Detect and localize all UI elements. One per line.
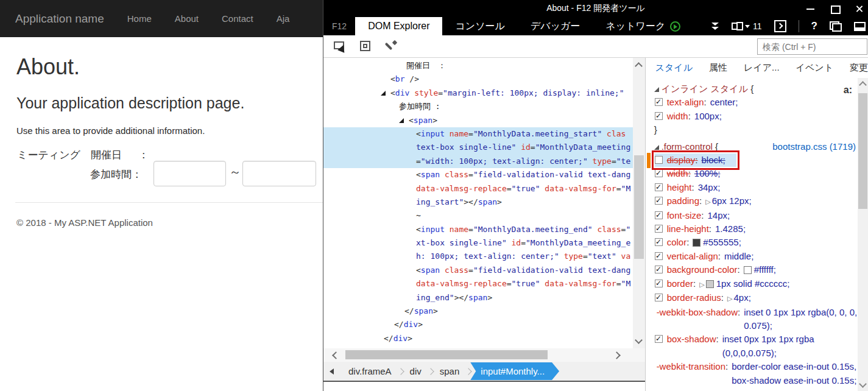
minimize-icon[interactable] bbox=[806, 5, 814, 13]
style-property-row[interactable]: ✓width100px; bbox=[646, 110, 858, 123]
property-value[interactable]: center; bbox=[710, 96, 858, 109]
scroll-up-icon[interactable] bbox=[859, 81, 867, 89]
tab-ネットワーク[interactable]: ネットワーク bbox=[593, 17, 693, 35]
property-checkbox[interactable]: ✓ bbox=[655, 98, 663, 106]
style-property-row[interactable]: -webkit-box-shadowinset 0 1px 1px rgba(0… bbox=[646, 306, 858, 333]
dom-tree-line[interactable]: xt-box single-line" id="MonthlyData_meet… bbox=[323, 236, 633, 250]
dom-tree-line[interactable]: <div style="margin-left: 100px; display:… bbox=[323, 86, 633, 100]
more-tools-icon[interactable] bbox=[711, 23, 719, 30]
color-picker-icon[interactable] bbox=[385, 40, 400, 53]
dom-tree-line[interactable]: <input name="MonthlyData.meeting_end" cl… bbox=[323, 223, 633, 236]
property-checkbox[interactable]: ✓ bbox=[655, 211, 663, 219]
nav-link-home[interactable]: Home bbox=[127, 13, 152, 24]
breadcrumb-back-icon[interactable] bbox=[330, 368, 334, 375]
dom-tree-line[interactable]: h: 100px; text-align: center;" type="tex… bbox=[323, 250, 633, 263]
scroll-right-icon[interactable] bbox=[613, 351, 621, 359]
property-checkbox[interactable]: ✓ bbox=[655, 183, 663, 191]
style-property-row[interactable]: ✓border▷1px solid #cccccc; bbox=[646, 277, 858, 291]
style-property-row[interactable]: displayblock; bbox=[646, 153, 858, 167]
property-checkbox[interactable]: ✓ bbox=[655, 225, 663, 233]
device-emulation-button[interactable]: 11 bbox=[732, 21, 762, 31]
style-property-row[interactable]: ✓font-size14px; bbox=[646, 209, 858, 222]
property-checkbox[interactable] bbox=[655, 156, 663, 164]
breadcrumb-item[interactable]: span bbox=[434, 366, 466, 376]
property-value[interactable]: ▷1px solid #cccccc; bbox=[699, 277, 858, 291]
property-value[interactable]: inset 0px 1px 1px rgba (0,0,0,0.075); bbox=[722, 333, 858, 360]
property-value[interactable]: block; bbox=[702, 153, 725, 167]
dom-tree-line[interactable]: 開催日 ： bbox=[323, 59, 633, 72]
dom-tree-line[interactable]: </div> bbox=[323, 332, 633, 345]
dom-tree-line[interactable]: <span class="field-validation-valid text… bbox=[323, 264, 633, 277]
dom-tree-line[interactable]: data-valmsg-replace="true" data-valmsg-f… bbox=[323, 182, 633, 196]
property-checkbox[interactable]: ✓ bbox=[655, 252, 663, 260]
scrollbar-thumb[interactable] bbox=[858, 93, 867, 209]
dom-tree-line[interactable]: </span> bbox=[323, 305, 633, 318]
meeting-start-input[interactable] bbox=[153, 161, 226, 186]
search-input[interactable] bbox=[757, 38, 867, 55]
property-value[interactable]: ▷6px 12px; bbox=[705, 194, 858, 208]
property-value[interactable]: middle; bbox=[724, 250, 858, 263]
meeting-end-input[interactable] bbox=[242, 161, 316, 186]
styles-tab-イベント[interactable]: イベント bbox=[796, 62, 833, 74]
dom-horizontal-scrollbar[interactable] bbox=[323, 348, 645, 362]
property-value[interactable]: #555555; bbox=[693, 236, 858, 249]
expand-value-icon[interactable]: ▷ bbox=[727, 295, 732, 302]
tab-dom-explorer[interactable]: DOM Explorer bbox=[355, 17, 442, 35]
property-checkbox[interactable]: ✓ bbox=[655, 169, 663, 177]
breadcrumb-item[interactable]: input#Monthly... bbox=[470, 362, 559, 380]
breadcrumb-item[interactable]: div.frameA bbox=[342, 366, 398, 376]
dom-tree-line[interactable]: data-valmsg-replace="true" data-valmsg-f… bbox=[323, 277, 633, 291]
scroll-down-icon[interactable] bbox=[859, 380, 867, 388]
style-property-row[interactable]: ✓text-aligncenter; bbox=[646, 96, 858, 109]
property-checkbox[interactable]: ✓ bbox=[655, 335, 663, 343]
style-property-row[interactable]: ✓box-shadowinset 0px 1px 1px rgba (0,0,0… bbox=[646, 333, 858, 360]
navbar-brand[interactable]: Application name bbox=[15, 12, 104, 26]
style-property-row[interactable]: ✓line-height1.4285; bbox=[646, 222, 858, 236]
property-value[interactable]: inset 0 1px 1px rgba(0, 0, 0, 0.075); bbox=[744, 306, 858, 333]
style-property-row[interactable]: ✓height34px; bbox=[646, 181, 858, 194]
property-value[interactable]: ▷4px; bbox=[727, 291, 858, 305]
dom-tree-line[interactable]: <span> bbox=[323, 114, 633, 127]
scrollbar-thumb[interactable] bbox=[345, 350, 548, 359]
nav-link-contact[interactable]: Contact bbox=[222, 13, 253, 24]
styles-tab-変更[interactable]: 変更 bbox=[850, 62, 868, 74]
unpin-windows-icon[interactable] bbox=[830, 21, 842, 32]
style-property-row[interactable]: ✓background-color#ffffff; bbox=[646, 263, 858, 277]
property-value[interactable]: 1.4285; bbox=[715, 222, 858, 236]
dom-tree-line[interactable]: <input name="MonthlyData.meeting_start" … bbox=[323, 127, 633, 141]
tab-デバッガー[interactable]: デバッガー bbox=[518, 17, 593, 35]
element-highlight-icon[interactable] bbox=[359, 40, 373, 53]
expand-arrow-icon[interactable] bbox=[381, 91, 386, 96]
style-property-row[interactable]: ✓width100%; bbox=[646, 167, 858, 180]
dom-tree-line[interactable]: ="width: 100px; text-align: center;" typ… bbox=[323, 155, 633, 168]
dom-tree-line[interactable]: </div> bbox=[323, 318, 633, 331]
property-checkbox[interactable]: ✓ bbox=[655, 280, 663, 287]
style-property-row[interactable]: ✓color#555555; bbox=[646, 236, 858, 249]
styles-tab-属性[interactable]: 属性 bbox=[709, 62, 727, 74]
styles-vertical-scrollbar[interactable] bbox=[858, 78, 868, 391]
stylesheet-link[interactable]: bootstrap.css (1719) bbox=[772, 140, 856, 153]
style-rule-header[interactable]: インライン スタイル { bbox=[646, 82, 858, 96]
property-checkbox[interactable]: ✓ bbox=[655, 197, 663, 205]
expand-arrow-icon[interactable] bbox=[399, 118, 404, 123]
dom-tree-line[interactable]: ing_start"></span> bbox=[323, 196, 633, 209]
dom-tree-line[interactable]: ing_end"></span> bbox=[323, 291, 633, 305]
expand-arrow-icon[interactable] bbox=[654, 145, 659, 150]
breadcrumb-item[interactable]: div bbox=[404, 366, 428, 376]
styles-tab-レイア[interactable]: レイア... bbox=[744, 62, 780, 74]
tab-コンソール[interactable]: コンソール bbox=[442, 17, 518, 35]
style-property-row[interactable]: ✓padding▷6px 12px; bbox=[646, 194, 858, 208]
expand-value-icon[interactable]: ▷ bbox=[699, 281, 704, 288]
style-property-row[interactable]: -webkit-transitionborder-color ease-in-o… bbox=[646, 360, 858, 387]
style-property-row[interactable]: ✓border-radius▷4px; bbox=[646, 291, 858, 305]
expand-arrow-icon[interactable] bbox=[654, 87, 659, 92]
property-checkbox[interactable]: ✓ bbox=[655, 294, 663, 301]
property-value[interactable]: 100px; bbox=[694, 110, 858, 123]
open-console-icon[interactable] bbox=[774, 20, 786, 32]
dock-bottom-icon[interactable] bbox=[854, 22, 866, 31]
property-value[interactable]: 100%; bbox=[694, 167, 858, 180]
dom-tree-line[interactable]: <br /> bbox=[323, 72, 633, 86]
property-checkbox[interactable]: ✓ bbox=[655, 266, 663, 273]
help-icon[interactable]: ? bbox=[811, 20, 817, 32]
scroll-left-icon[interactable] bbox=[332, 351, 340, 359]
